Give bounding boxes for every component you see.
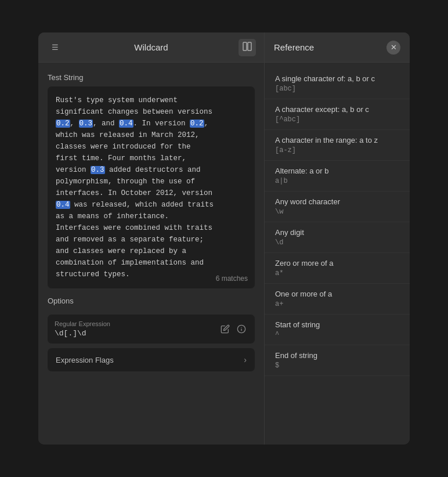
- ref-item-code: a+: [275, 300, 399, 308]
- close-icon: ✕: [391, 43, 397, 52]
- expression-flags-box[interactable]: Expression Flags ›: [48, 348, 255, 371]
- matches-count: 6 matches: [216, 274, 248, 283]
- reference-list: A single character of: a, b or c [abc] A…: [265, 63, 410, 445]
- reference-item[interactable]: Zero or more of a a*: [265, 253, 410, 284]
- svg-rect-0: [243, 42, 247, 50]
- ref-item-title: Alternate: a or b: [275, 167, 399, 175]
- ref-item-code: [a-z]: [275, 146, 399, 154]
- ref-item-title: Start of string: [275, 320, 399, 329]
- match-4: 0.2: [190, 120, 204, 128]
- right-panel: Reference ✕ A single character of: a, b …: [265, 32, 410, 445]
- edit-regex-button[interactable]: [219, 323, 232, 335]
- text-content: Rust's type system underwent significant…: [56, 95, 247, 280]
- reference-item[interactable]: Any digit \d: [265, 222, 410, 253]
- options-label: Options: [48, 297, 255, 305]
- menu-icon: ☰: [52, 43, 59, 52]
- reference-item[interactable]: A character except: a, b or c [^abc]: [265, 99, 410, 130]
- left-header: ☰ Wildcard: [38, 32, 264, 63]
- layout-toggle-button[interactable]: [239, 39, 256, 56]
- info-regex-button[interactable]: [235, 323, 248, 335]
- menu-button[interactable]: ☰: [46, 39, 64, 56]
- right-header: Reference ✕: [265, 32, 410, 63]
- reference-title: Reference: [274, 42, 314, 52]
- ref-item-title: Zero or more of a: [275, 259, 399, 268]
- reference-item[interactable]: A character in the range: a to z [a-z]: [265, 130, 410, 161]
- regex-label: Regular Expression: [55, 320, 110, 327]
- flags-label: Expression Flags: [56, 356, 114, 364]
- layout-icon: [243, 42, 252, 53]
- ref-item-title: Any word character: [275, 197, 399, 206]
- test-string-label: Test String: [48, 73, 255, 82]
- ref-item-code: [^abc]: [275, 115, 399, 124]
- reference-item[interactable]: Any word character \w: [265, 191, 410, 222]
- match-1: 0.2: [56, 120, 70, 128]
- app-container: ☰ Wildcard Test String Rust's type syste…: [38, 32, 410, 445]
- regex-icons: [219, 323, 248, 335]
- match-3: 0.4: [119, 120, 133, 128]
- match-5: 0.3: [91, 166, 105, 174]
- text-display: Rust's type system underwent significant…: [48, 86, 255, 288]
- reference-item[interactable]: A single character of: a, b or c [abc]: [265, 68, 410, 99]
- ref-item-code: ^: [275, 331, 399, 339]
- ref-item-title: A character in the range: a to z: [275, 136, 399, 144]
- ref-item-code: a|b: [275, 177, 399, 185]
- chevron-right-icon: ›: [244, 355, 247, 364]
- options-section: Options Regular Expression \d[.]\d: [48, 297, 255, 371]
- app-title: Wildcard: [64, 42, 239, 52]
- ref-item-code: [abc]: [275, 85, 399, 93]
- reference-item[interactable]: One or more of a a+: [265, 284, 410, 315]
- regex-input-box: Regular Expression \d[.]\d: [48, 315, 255, 344]
- match-2: 0.3: [79, 120, 93, 128]
- reference-item[interactable]: End of string $: [265, 345, 410, 376]
- test-string-section: Test String Rust's type system underwent…: [48, 73, 255, 288]
- ref-item-title: A character except: a, b or c: [275, 105, 399, 114]
- ref-item-title: Any digit: [275, 228, 399, 237]
- ref-item-code: a*: [275, 269, 399, 277]
- reference-item[interactable]: Alternate: a or b a|b: [265, 161, 410, 191]
- ref-item-code: \w: [275, 208, 399, 216]
- match-6: 0.4: [56, 201, 70, 209]
- reference-item[interactable]: Start of string ^: [265, 315, 410, 345]
- close-reference-button[interactable]: ✕: [386, 41, 400, 55]
- left-content: Test String Rust's type system underwent…: [38, 63, 264, 445]
- svg-rect-1: [248, 42, 251, 50]
- regex-text-group: Regular Expression \d[.]\d: [55, 320, 110, 338]
- ref-item-code: $: [275, 362, 399, 370]
- ref-item-title: A single character of: a, b or c: [275, 74, 399, 83]
- regex-value: \d[.]\d: [55, 329, 110, 338]
- ref-item-code: \d: [275, 238, 399, 247]
- ref-item-title: One or more of a: [275, 290, 399, 298]
- left-panel: ☰ Wildcard Test String Rust's type syste…: [38, 32, 265, 445]
- ref-item-title: End of string: [275, 351, 399, 360]
